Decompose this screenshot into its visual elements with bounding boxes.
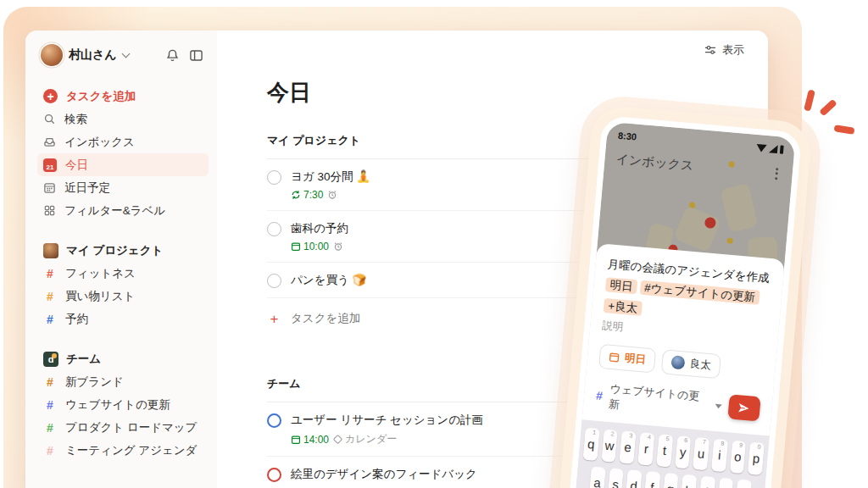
signal-icon xyxy=(769,144,778,153)
project-token[interactable]: #ウェブサイトの更新 xyxy=(639,280,760,305)
task-title: ヨガ 30分間 🧘 xyxy=(291,169,370,185)
recurring-icon xyxy=(291,190,301,200)
key-o[interactable]: 9o xyxy=(729,441,746,474)
task-time: 7:30 xyxy=(303,189,323,201)
quick-add-task-sheet: 月曜の会議のアジェンダを作成 明日 #ウェブサイトの更新 +良太 説明 明日 良… xyxy=(582,243,785,435)
assignee-token[interactable]: +良太 xyxy=(604,298,643,316)
overflow-menu-icon[interactable] xyxy=(771,165,782,181)
reminder-indicator xyxy=(333,241,343,252)
key-h[interactable]: h xyxy=(680,474,697,488)
plus-circle-icon: + xyxy=(43,89,58,103)
project-label: 買い物リスト xyxy=(65,289,135,304)
sidebar-section-my-projects[interactable]: マイ プロジェクト xyxy=(37,239,209,262)
notifications-button[interactable] xyxy=(164,47,181,64)
accent-dash xyxy=(804,89,815,111)
sidebar-project-shopping-list[interactable]: # 買い物リスト xyxy=(37,285,209,308)
sliders-icon xyxy=(704,43,717,57)
hash-icon: # xyxy=(595,388,603,402)
key-k[interactable]: k xyxy=(717,478,734,488)
sidebar-project-appointments[interactable]: # 予約 xyxy=(37,308,209,330)
today-label: 今日 xyxy=(65,158,88,173)
key-r[interactable]: 4r xyxy=(637,432,654,465)
key-f[interactable]: f xyxy=(643,471,660,488)
key-q[interactable]: 1q xyxy=(582,428,599,461)
sidebar-project-meeting-agenda[interactable]: # ミーティング アジェンダ xyxy=(37,439,209,462)
battery-icon xyxy=(780,145,784,153)
user-avatar xyxy=(41,44,63,66)
my-projects-title: マイ プロジェクト xyxy=(66,243,163,258)
hash-icon: # xyxy=(43,290,57,303)
key-u[interactable]: 7u xyxy=(693,437,709,470)
project-selector[interactable]: ウェブサイトの更新 xyxy=(608,381,709,420)
bell-icon xyxy=(165,48,180,63)
sidebar-item-search[interactable]: 検索 xyxy=(37,108,209,130)
sidebar-item-today[interactable]: 21 今日 xyxy=(37,153,209,176)
dimmed-dot xyxy=(726,237,733,244)
sidebar-item-inbox[interactable]: インボックス xyxy=(37,130,209,153)
key-g[interactable]: g xyxy=(662,473,679,488)
view-options-button[interactable]: 表示 xyxy=(704,42,744,58)
key-t[interactable]: 5t xyxy=(656,434,673,467)
key-a[interactable]: a xyxy=(589,466,606,488)
date-token[interactable]: 明日 xyxy=(605,277,637,294)
key-l[interactable]: l xyxy=(735,479,752,488)
upcoming-label: 近日予定 xyxy=(64,180,110,196)
task-checkbox-priority-red[interactable] xyxy=(267,468,281,482)
hash-icon: # xyxy=(43,421,57,435)
key-w[interactable]: 2w xyxy=(601,429,618,462)
sidebar-project-new-brand[interactable]: # 新ブランド xyxy=(37,370,209,393)
reminder-indicator xyxy=(327,190,337,200)
project-label: 新ブランド xyxy=(65,374,124,390)
search-label: 検索 xyxy=(64,112,87,127)
task-time: 14:00 xyxy=(303,434,329,446)
task-checkbox[interactable] xyxy=(267,274,281,288)
calendar-integration: カレンダー xyxy=(333,432,397,446)
add-task-label: タスクを追加 xyxy=(66,89,136,104)
key-y[interactable]: 6y xyxy=(675,435,692,469)
key-j[interactable]: j xyxy=(698,476,715,488)
task-checkbox[interactable] xyxy=(267,170,281,185)
alarm-icon xyxy=(333,241,343,252)
task-input[interactable]: 月曜の会議のアジェンダを作成 明日 #ウェブサイトの更新 +良太 xyxy=(603,254,772,330)
key-d[interactable]: d xyxy=(626,469,643,488)
send-icon xyxy=(737,401,751,415)
task-checkbox-priority-blue[interactable] xyxy=(267,413,281,428)
inbox-icon xyxy=(43,136,56,148)
add-task-label: タスクを追加 xyxy=(291,311,360,326)
sidebar-section-team[interactable]: d チーム xyxy=(37,347,209,370)
sidebar-project-fitness[interactable]: # フィットネス xyxy=(37,262,209,285)
key-e[interactable]: 3e xyxy=(620,430,637,463)
plus-icon: + xyxy=(267,312,281,326)
key-p[interactable]: 0p xyxy=(748,442,765,475)
phone-mockup: 8:30 インボックス xyxy=(561,115,802,488)
integration-label: カレンダー xyxy=(345,432,397,446)
sidebar-menu: + タスクを追加 検索 インボックス 21 今日 近日予定 xyxy=(37,85,209,222)
chevron-down-icon xyxy=(121,50,130,58)
sidebar-item-filters-labels[interactable]: フィルター&ラベル xyxy=(37,199,209,222)
filters-labels-label: フィルター&ラベル xyxy=(64,203,165,219)
calendar-icon xyxy=(609,352,620,363)
sidebar-project-website-update[interactable]: # ウェブサイトの更新 xyxy=(37,393,209,416)
sidebar-project-product-roadmap[interactable]: # プロダクト ロードマップ xyxy=(37,416,209,439)
date-time: 10:00 xyxy=(291,241,329,252)
grid-icon xyxy=(43,204,56,217)
task-time: 10:00 xyxy=(303,241,329,252)
key-i[interactable]: 8i xyxy=(711,439,728,472)
project-label: フィットネス xyxy=(65,266,136,281)
task-checkbox[interactable] xyxy=(267,222,281,236)
dimmed-content-shape xyxy=(673,205,721,252)
sidebar-item-upcoming[interactable]: 近日予定 xyxy=(37,176,209,199)
due-date-chip[interactable]: 明日 xyxy=(598,344,656,374)
account-menu[interactable]: 村山さん xyxy=(37,42,209,68)
submit-task-button[interactable] xyxy=(727,395,761,422)
key-s[interactable]: s xyxy=(607,468,624,488)
assignee-chip[interactable]: 良太 xyxy=(661,349,721,379)
date-time: 14:00 xyxy=(291,434,329,446)
dimmed-dot xyxy=(689,202,696,208)
team-logo-icon: d xyxy=(43,352,58,367)
upcoming-calendar-icon xyxy=(43,181,56,194)
toggle-sidebar-button[interactable] xyxy=(187,47,205,64)
project-label: ウェブサイトの更新 xyxy=(65,397,170,413)
panel-icon xyxy=(189,48,203,63)
add-task-button[interactable]: + タスクを追加 xyxy=(37,85,209,108)
